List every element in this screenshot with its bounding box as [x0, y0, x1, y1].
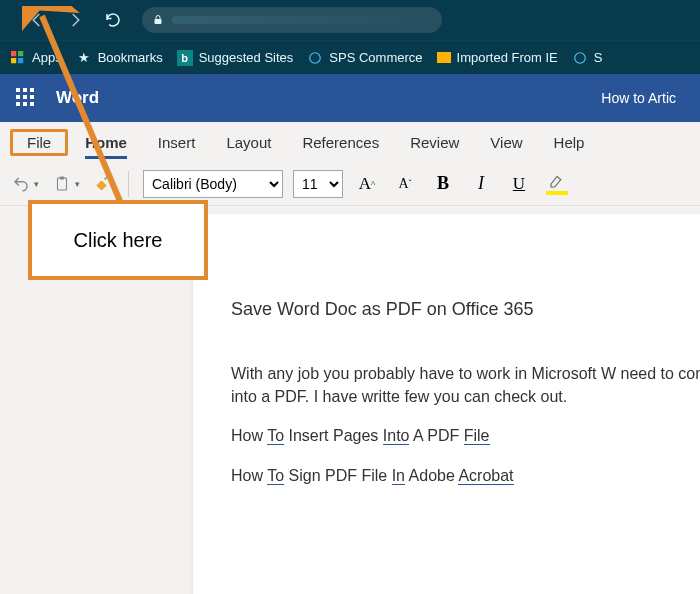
highlight-button[interactable]: [543, 170, 571, 198]
browser-nav-bar: [0, 0, 700, 40]
app-name: Word: [56, 88, 99, 108]
bookmarks-shortcut[interactable]: ★ Bookmarks: [76, 50, 163, 66]
toolbar-divider: [128, 171, 129, 197]
annotation-text: Click here: [74, 229, 163, 252]
highlight-stroke: [546, 191, 568, 195]
tab-review[interactable]: Review: [396, 130, 473, 155]
svg-point-5: [310, 52, 321, 63]
document-page[interactable]: Save Word Doc as PDF on Office 365 With …: [193, 214, 700, 594]
imported-label: Imported From IE: [457, 50, 558, 65]
tab-file[interactable]: File: [10, 129, 68, 156]
word-header: Word How to Artic: [0, 74, 700, 122]
apps-shortcut[interactable]: Apps: [10, 50, 62, 66]
apps-icon: [10, 50, 26, 66]
shrink-font-button[interactable]: Aˇ: [391, 170, 419, 198]
bookmarks-label: Bookmarks: [98, 50, 163, 65]
underline-button[interactable]: U: [505, 170, 533, 198]
doc-heading[interactable]: Save Word Doc as PDF on Office 365: [231, 296, 700, 322]
lock-icon: [152, 14, 164, 26]
svg-rect-3: [11, 58, 16, 63]
font-family-select[interactable]: Calibri (Body): [143, 170, 283, 198]
grow-font-button[interactable]: A^: [353, 170, 381, 198]
bookmarks-bar: Apps ★ Bookmarks b Suggested Sites SPS C…: [0, 40, 700, 74]
italic-button[interactable]: I: [467, 170, 495, 198]
doc-link-2[interactable]: How To Sign PDF File In Adobe Acrobat: [231, 464, 700, 487]
doc-link-1[interactable]: How To Insert Pages Into A PDF File: [231, 424, 700, 447]
globe-icon: [572, 50, 588, 66]
tab-view[interactable]: View: [476, 130, 536, 155]
annotation-callout: Click here: [28, 200, 208, 280]
reload-icon[interactable]: [104, 11, 122, 29]
svg-point-6: [574, 52, 585, 63]
suggested-label: Suggested Sites: [199, 50, 294, 65]
forward-icon[interactable]: [66, 11, 84, 29]
svg-rect-8: [60, 176, 65, 179]
paste-button[interactable]: ▾: [51, 170, 82, 198]
tab-layout[interactable]: Layout: [212, 130, 285, 155]
chevron-down-icon: ▾: [75, 179, 80, 189]
url-text-blur: [172, 16, 432, 24]
doc-paragraph[interactable]: With any job you probably have to work i…: [231, 362, 700, 408]
imported-shortcut[interactable]: Imported From IE: [437, 50, 558, 65]
app-launcher-icon[interactable]: [16, 88, 36, 108]
svg-rect-4: [18, 58, 23, 63]
ribbon-tabs: File Home Insert Layout References Revie…: [0, 122, 700, 162]
svg-rect-2: [18, 51, 23, 56]
suggested-shortcut[interactable]: b Suggested Sites: [177, 50, 294, 66]
bold-button[interactable]: B: [429, 170, 457, 198]
bing-icon: b: [177, 50, 193, 66]
tab-home[interactable]: Home: [71, 130, 141, 155]
font-size-select[interactable]: 11: [293, 170, 343, 198]
chevron-down-icon: ▾: [34, 179, 39, 189]
tab-help[interactable]: Help: [540, 130, 599, 155]
undo-button[interactable]: ▾: [10, 171, 41, 197]
sps-label: SPS Commerce: [329, 50, 422, 65]
sps-icon: [307, 50, 323, 66]
sps-shortcut[interactable]: SPS Commerce: [307, 50, 422, 66]
star-icon: ★: [76, 50, 92, 66]
format-painter-button[interactable]: [92, 171, 114, 197]
tab-references[interactable]: References: [288, 130, 393, 155]
more-label: S: [594, 50, 603, 65]
tab-insert[interactable]: Insert: [144, 130, 210, 155]
url-bar[interactable]: [142, 7, 442, 33]
svg-rect-1: [11, 51, 16, 56]
folder-icon: [437, 52, 451, 63]
more-shortcut[interactable]: S: [572, 50, 603, 66]
svg-rect-7: [58, 178, 67, 190]
back-icon[interactable]: [28, 11, 46, 29]
apps-label: Apps: [32, 50, 62, 65]
svg-rect-0: [155, 19, 162, 24]
document-title[interactable]: How to Artic: [601, 90, 676, 106]
